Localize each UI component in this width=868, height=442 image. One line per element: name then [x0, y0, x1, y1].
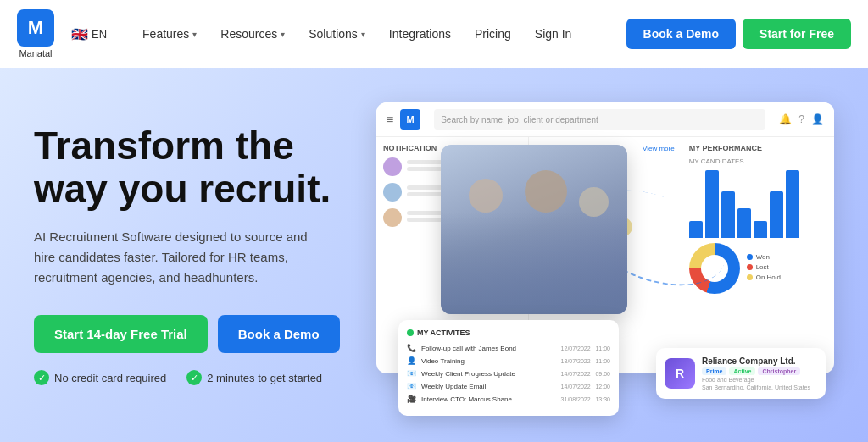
hero-section: Transform the way you recruit. AI Recrui… [0, 68, 868, 442]
nav-item-resources[interactable]: Resources ▾ [210, 20, 295, 47]
chevron-down-icon: ▾ [192, 30, 197, 39]
language-selector[interactable]: 🇬🇧 EN [71, 26, 107, 42]
search-placeholder: Search by name, job, client or departmen… [441, 115, 598, 124]
dashboard-logo: M [400, 109, 420, 130]
dashboard-header: ≡ M Search by name, job, client or depar… [376, 102, 834, 137]
hero-title: Transform the way you recruit. [34, 124, 390, 210]
active-tag: Active [729, 367, 755, 375]
nav-item-solutions[interactable]: Solutions ▾ [298, 20, 376, 47]
brand-name: Manatal [19, 48, 52, 58]
avatar-icon: 👤 [811, 113, 824, 125]
company-card: R Reliance Company Ltd. Prime Active Chr… [656, 348, 826, 399]
won-legend-dot [747, 254, 753, 260]
nav-item-integrations[interactable]: Integrations [379, 20, 461, 47]
lost-legend-dot [747, 264, 753, 270]
my-performance-title: MY PERFORMANCE [689, 144, 827, 152]
logo-area: M Manatal [17, 9, 54, 58]
chart-bar [754, 221, 767, 238]
company-info: Reliance Company Ltd. Prime Active Chris… [702, 356, 817, 390]
video-icon: 🎥 [407, 395, 416, 403]
hero-buttons: Start 14-day Free Trial Book a Demo [34, 315, 390, 353]
chart-bar [737, 208, 751, 238]
help-icon: ? [798, 113, 804, 125]
start-free-button[interactable]: Start for Free [743, 19, 851, 49]
chart-bar [721, 191, 735, 238]
activity-item: 📧 Weekly Update Email 14/07/2022 · 12:00 [407, 382, 610, 390]
on-hold-legend-dot [747, 274, 753, 280]
chevron-down-icon: ▾ [361, 30, 365, 39]
check-icon: ✓ [34, 370, 49, 385]
chart-bar [786, 170, 799, 238]
hero-demo-button[interactable]: Book a Demo [218, 315, 340, 353]
check-icon: ✓ [186, 370, 202, 385]
hero-subtitle: AI Recruitment Software designed to sour… [34, 227, 322, 288]
chart-bar [770, 191, 783, 238]
language-label: EN [92, 28, 107, 41]
activity-item: 📧 Weekly Client Progress Update 14/07/20… [407, 369, 610, 378]
email-icon: 📧 [407, 369, 416, 378]
phone-icon: 📞 [407, 344, 416, 352]
activity-item: 📞 Follow-up call with James Bond 12/07/2… [407, 344, 610, 352]
header-actions: Book a Demo Start for Free [626, 19, 851, 49]
nav-item-signin[interactable]: Sign In [525, 20, 582, 47]
trial-button[interactable]: Start 14-day Free Trial [34, 315, 208, 353]
chevron-down-icon: ▾ [281, 30, 285, 39]
company-location: San Bernardino, California, United State… [702, 384, 817, 390]
nav-item-features[interactable]: Features ▾ [132, 20, 207, 47]
hero-visual: ≡ M Search by name, job, client or depar… [407, 94, 834, 416]
header: M Manatal 🇬🇧 EN Features ▾ Resources ▾ S… [0, 0, 868, 68]
hero-badges: ✓ No credit card required ✓ 2 minutes to… [34, 370, 390, 385]
person-icon: 👤 [407, 356, 416, 365]
company-name: Reliance Company Ltd. [702, 356, 817, 366]
notification-icon: 🔔 [779, 113, 792, 125]
prime-tag: Prime [702, 367, 726, 375]
activity-item: 👤 Video Training 13/07/2022 · 11:00 [407, 356, 610, 365]
company-industry: Food and Beverage [702, 377, 817, 383]
activity-card: MY ACTIVITES 📞 Follow-up call with James… [398, 320, 619, 416]
quick-start-badge: ✓ 2 minutes to get started [186, 370, 322, 385]
book-demo-button[interactable]: Book a Demo [626, 19, 736, 49]
company-logo: R [665, 358, 695, 389]
email-icon: 📧 [407, 382, 416, 390]
main-nav: Features ▾ Resources ▾ Solutions ▾ Integ… [132, 20, 626, 47]
hero-content: Transform the way you recruit. AI Recrui… [34, 124, 390, 385]
nav-item-pricing[interactable]: Pricing [465, 20, 521, 47]
no-credit-card-badge: ✓ No credit card required [34, 370, 166, 385]
brand-logo: M [17, 9, 54, 47]
dashboard-icons: 🔔 ? 👤 [779, 113, 824, 125]
activity-item: 🎥 Interview CTO: Marcus Shane 31/08/2022… [407, 395, 610, 403]
dashboard-search[interactable]: Search by name, job, client or departmen… [434, 109, 765, 130]
user-tag: Christopher [758, 367, 800, 375]
team-photo [441, 145, 627, 314]
chart-legend: Won Lost On Hold [747, 253, 781, 284]
view-more-link[interactable]: View more [643, 145, 675, 152]
activity-indicator [407, 329, 414, 336]
flag-icon: 🇬🇧 [71, 26, 88, 42]
activity-title: MY ACTIVITES [407, 329, 610, 337]
company-tags: Prime Active Christopher [702, 367, 817, 375]
my-candidates-label: MY CANDIDATES [689, 157, 827, 165]
